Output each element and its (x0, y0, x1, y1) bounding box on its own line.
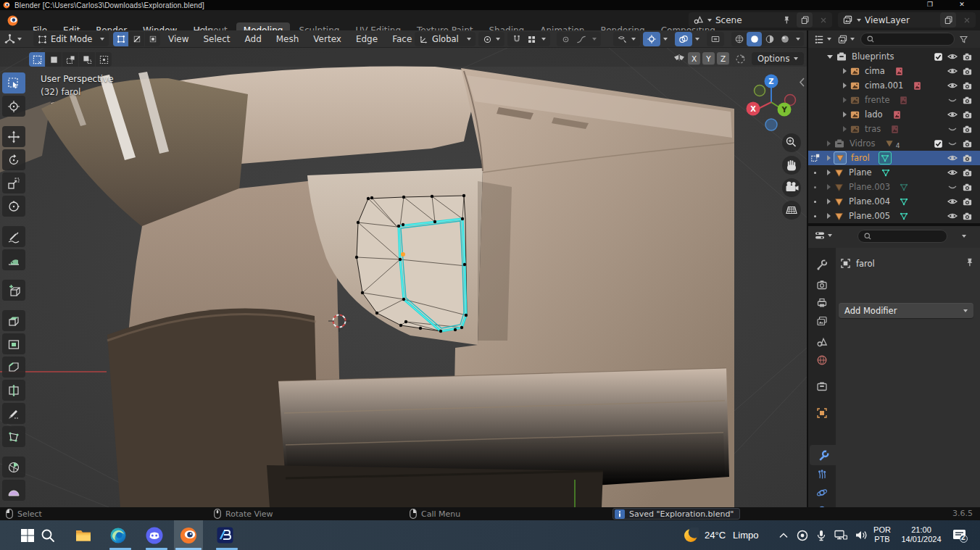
discord-icon[interactable] (140, 520, 169, 550)
item-label[interactable]: cima.001 (865, 80, 903, 91)
transform-orientation-dropdown[interactable]: Global (415, 32, 476, 46)
expand-icon[interactable] (827, 213, 831, 219)
tool-scale[interactable] (2, 172, 25, 193)
select-mode-intersect-button[interactable] (96, 52, 112, 67)
menu-edge[interactable]: Edge (349, 34, 385, 44)
filter-icon[interactable] (959, 35, 968, 44)
expand-icon[interactable] (843, 97, 847, 103)
tab-modifiers[interactable] (810, 445, 836, 465)
tool-smooth[interactable] (2, 480, 25, 501)
pin-icon[interactable] (964, 257, 974, 267)
magnet-snap-icon[interactable] (512, 34, 522, 44)
outliner-row-tras[interactable]: tras (808, 122, 980, 136)
axis-neg-z-ball[interactable] (765, 119, 777, 130)
camera-icon[interactable] (962, 109, 973, 120)
blender-logo-icon[interactable] (7, 15, 18, 26)
material-preview-button[interactable] (762, 32, 777, 46)
tool-measure[interactable] (2, 249, 25, 270)
menu-select[interactable]: Select (196, 34, 237, 44)
expand-icon[interactable] (827, 170, 831, 175)
save-notification[interactable]: Saved "Exploration.blend" (612, 508, 740, 520)
clock[interactable]: 21:00 14/01/2024 (896, 525, 947, 544)
tool-rotate[interactable] (2, 149, 25, 170)
tab-world[interactable] (813, 351, 831, 369)
outliner-row-vidros[interactable]: Vidros 4 (808, 136, 980, 151)
outliner-row-farol[interactable]: farol (808, 151, 980, 165)
tab-collection[interactable] (813, 378, 831, 395)
object-name[interactable]: farol (856, 259, 875, 269)
mirror-y-button[interactable]: Y (702, 52, 715, 65)
outliner-row-cima001[interactable]: cima.001 (808, 78, 980, 93)
remove-viewlayer-icon[interactable] (963, 16, 971, 25)
outliner-row-frente[interactable]: frente (808, 93, 980, 107)
item-label[interactable]: Plane.005 (849, 211, 890, 221)
scene-selector[interactable]: Scene (689, 12, 832, 28)
axis-neg-y-ball[interactable] (755, 86, 765, 96)
tab-physics[interactable] (813, 484, 831, 501)
tool-extrude-region[interactable] (2, 310, 25, 331)
eye-closed-icon[interactable] (947, 181, 958, 193)
network-tray-icon[interactable] (831, 520, 851, 550)
tool-transform[interactable] (2, 196, 25, 217)
restore-button[interactable]: ❐ (921, 1, 939, 8)
tool-bevel[interactable] (2, 357, 25, 378)
camera-icon[interactable] (962, 196, 973, 207)
microphone-tray-icon[interactable] (812, 520, 831, 550)
tab-view-layer[interactable] (813, 312, 831, 330)
selectability-dropdown[interactable] (613, 32, 640, 46)
eye-closed-icon[interactable] (947, 94, 958, 106)
tab-render[interactable] (813, 276, 831, 293)
correct-face-attributes-icon[interactable] (734, 53, 747, 65)
checkbox-icon[interactable] (934, 52, 943, 62)
item-label[interactable]: tras (865, 124, 881, 134)
outliner-row-lado[interactable]: lado (808, 107, 980, 122)
show-gizmo-toggle[interactable] (643, 32, 660, 46)
menu-vertex[interactable]: Vertex (306, 34, 349, 44)
tool-loop-cut[interactable] (2, 380, 25, 401)
camera-icon[interactable] (962, 211, 973, 222)
camera-icon[interactable] (962, 124, 973, 135)
eye-closed-icon[interactable] (947, 138, 958, 149)
item-label[interactable]: lado (865, 109, 883, 120)
tool-select-box[interactable] (2, 72, 25, 93)
outliner-editor-type-button[interactable] (814, 34, 831, 45)
viewlayer-name[interactable]: ViewLayer (865, 15, 934, 25)
expand-icon[interactable] (827, 141, 831, 146)
item-label[interactable]: Vidros (850, 138, 876, 149)
camera-icon[interactable] (962, 95, 973, 106)
show-overlays-toggle[interactable] (675, 32, 692, 46)
select-mode-invert-button[interactable] (79, 52, 95, 67)
camera-icon[interactable] (962, 51, 973, 62)
item-label[interactable]: Plane (849, 167, 872, 178)
eye-icon[interactable] (947, 210, 958, 222)
eye-icon[interactable] (947, 152, 958, 164)
wireframe-shading-button[interactable] (731, 32, 747, 46)
weather-moon-icon[interactable] (680, 520, 702, 550)
weather-text[interactable]: 24°C Limpo (705, 520, 758, 550)
tool-add-cube[interactable] (2, 280, 25, 301)
tool-knife[interactable] (2, 403, 25, 424)
3d-viewport[interactable]: Z X Y User Perspective (32) farol (0, 48, 807, 507)
tab-tool[interactable] (813, 256, 831, 273)
tray-expand-icon[interactable] (774, 520, 793, 550)
tool-annotate[interactable] (2, 226, 25, 247)
edge-browser-icon[interactable] (104, 520, 133, 550)
xray-toggle[interactable] (707, 32, 724, 46)
camera-icon[interactable] (962, 167, 973, 178)
falloff-curve-icon[interactable] (576, 35, 587, 44)
rendered-shading-button[interactable] (777, 32, 792, 46)
camera-icon[interactable] (962, 153, 973, 164)
vertex-select-button[interactable] (113, 32, 128, 46)
file-explorer-icon[interactable] (69, 520, 98, 550)
item-label[interactable]: farol (851, 153, 870, 163)
expand-icon[interactable] (827, 55, 833, 59)
eye-closed-icon[interactable] (947, 123, 958, 135)
select-mode-new-button[interactable] (29, 52, 45, 67)
item-label[interactable]: Plane.003 (849, 182, 890, 192)
outliner-row-plane003[interactable]: Plane.003 (808, 180, 980, 194)
properties-editor-type-button[interactable] (814, 230, 832, 241)
camera-icon[interactable] (962, 80, 973, 91)
outliner-display-mode-button[interactable] (837, 34, 855, 45)
expand-icon[interactable] (843, 68, 847, 74)
record-tray-icon[interactable] (793, 520, 812, 550)
